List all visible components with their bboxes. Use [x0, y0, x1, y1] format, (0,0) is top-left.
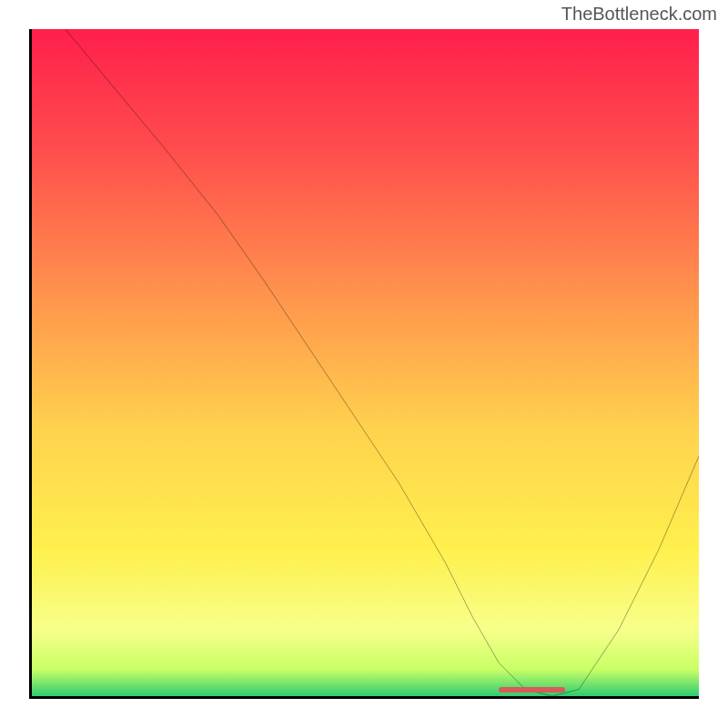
svg-rect-0	[32, 29, 699, 696]
plot-area	[32, 29, 699, 696]
gradient-background	[32, 29, 699, 696]
watermark-text: TheBottleneck.com	[561, 4, 717, 25]
plot-frame	[29, 29, 699, 699]
optimum-range-marker	[499, 687, 565, 693]
